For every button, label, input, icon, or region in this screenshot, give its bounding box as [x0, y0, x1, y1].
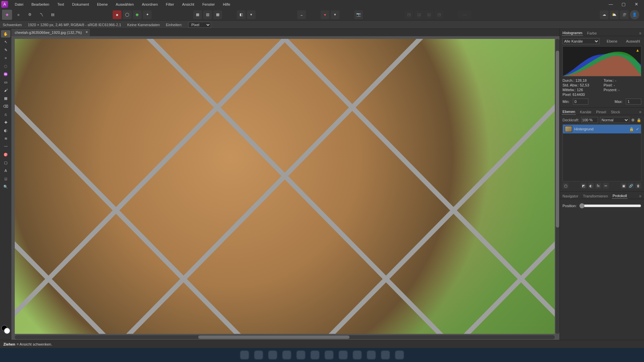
layer-item[interactable]: Hintergrund 🔒 ✓ — [563, 125, 641, 133]
dodge-tool-icon[interactable]: ◐ — [1, 127, 10, 134]
menu-arrange[interactable]: Anordnen — [138, 0, 162, 9]
minimize-button[interactable]: — — [604, 0, 617, 9]
tab-transform[interactable]: Transformieren — [582, 193, 608, 199]
grid-c-icon[interactable]: ▩ — [213, 10, 222, 19]
export-persona[interactable]: ▤ — [48, 10, 58, 20]
taskbar-app[interactable] — [367, 351, 376, 359]
layer-visible-icon[interactable]: ✓ — [636, 127, 639, 131]
cloud-c-icon[interactable]: ⛈ — [620, 10, 629, 19]
smudge-tool-icon[interactable]: 〰 — [1, 143, 10, 150]
channel-select[interactable]: Alle Kanäle — [562, 38, 599, 44]
taskbar-app[interactable] — [325, 351, 333, 359]
taskbar-app[interactable] — [282, 351, 291, 359]
min-input[interactable] — [573, 99, 588, 105]
v-scroll-thumb[interactable] — [556, 51, 559, 228]
swatch-rgb-icon[interactable]: ◉ — [133, 10, 142, 19]
layer-gear-icon[interactable]: ⚙ — [631, 118, 635, 122]
align-icon[interactable]: ⫠ — [297, 10, 306, 19]
taskbar-app[interactable] — [254, 351, 263, 359]
menu-document[interactable]: Dokument — [68, 0, 93, 9]
mask-icon[interactable]: ◩ — [581, 183, 587, 189]
taskbar-app[interactable] — [297, 351, 305, 359]
units-select[interactable]: Pixel — [188, 22, 211, 28]
blur-tool-icon[interactable]: ≋ — [1, 135, 10, 142]
scope-ebene[interactable]: Ebene — [605, 39, 619, 43]
tab-navigator[interactable]: Navigator — [562, 193, 579, 199]
account-button[interactable]: 👤 — [630, 10, 639, 19]
color-wells[interactable] — [1, 325, 10, 334]
position-slider[interactable] — [579, 203, 641, 208]
shape-tool-icon[interactable]: ▢ — [1, 159, 10, 166]
photo-persona[interactable]: ◆ — [2, 10, 12, 20]
hand-tool-icon[interactable]: ✋ — [1, 30, 10, 38]
swatch-red-icon[interactable]: ■ — [113, 10, 121, 19]
text-tool-icon[interactable]: A — [1, 167, 10, 174]
taskbar-app[interactable] — [381, 351, 390, 359]
layers-panel-menu-icon[interactable]: ≡ — [639, 109, 642, 115]
close-button[interactable]: ✕ — [630, 0, 643, 9]
tab-channels[interactable]: Kanäle — [579, 109, 592, 115]
protocol-panel-menu-icon[interactable]: ≡ — [639, 193, 642, 199]
grid-a-icon[interactable]: ▦ — [193, 10, 202, 19]
layer-locked-icon[interactable]: 🔒 — [629, 127, 634, 131]
adjust-icon[interactable]: ◐ — [588, 183, 594, 189]
selection-brush-icon[interactable]: ◌ — [1, 62, 10, 70]
tab-color[interactable]: Farbe — [586, 31, 597, 36]
color-picker-icon[interactable]: 🎯 — [1, 151, 10, 158]
os-taskbar[interactable] — [0, 348, 644, 362]
cloud-b-icon[interactable]: ⛅ — [610, 10, 619, 19]
opacity-input[interactable] — [581, 117, 598, 123]
link-icon[interactable]: 🔗 — [628, 183, 634, 189]
favorite-caret[interactable]: ▾ — [331, 10, 339, 19]
develop-persona[interactable]: ⚙ — [25, 10, 35, 20]
tab-histogram[interactable]: Histogramm — [562, 30, 583, 36]
panel-menu-icon[interactable]: ≡ — [639, 31, 642, 36]
menu-layer[interactable]: Ebene — [93, 0, 112, 9]
selection-mode-caret[interactable]: ▾ — [247, 10, 256, 19]
horizontal-scrollbar[interactable] — [15, 335, 555, 339]
max-input[interactable] — [626, 99, 641, 105]
node-tool-icon[interactable]: ✎ — [1, 46, 10, 54]
document-tab[interactable]: cheetah-g3635066ee_1920.jpg (132,7%) × — [11, 29, 90, 36]
zoom-tool-icon[interactable]: 🔍 — [1, 183, 10, 190]
group-icon[interactable]: ▣ — [621, 183, 627, 189]
clipping-warning-icon[interactable]: ▲ — [636, 48, 640, 53]
menu-file[interactable]: Datei — [11, 0, 28, 9]
taskbar-app[interactable] — [311, 351, 319, 359]
blend-mode-select[interactable]: Normal — [600, 117, 629, 123]
move-tool-icon[interactable]: ↖ — [1, 38, 10, 46]
liquify-persona[interactable]: ≡ — [13, 10, 23, 20]
tab-brushes[interactable]: Pinsel — [595, 109, 607, 115]
swatch-circle-icon[interactable]: ◯ — [123, 10, 131, 19]
taskbar-app[interactable] — [353, 351, 362, 359]
scope-auswahl[interactable]: Auswahl — [625, 39, 641, 43]
eraser-tool-icon[interactable]: ⌫ — [1, 103, 10, 110]
menu-help[interactable]: Hilfe — [219, 0, 234, 9]
document-tab-close-icon[interactable]: × — [86, 30, 88, 35]
menu-view[interactable]: Ansicht — [178, 0, 198, 9]
tab-protocol[interactable]: Protokoll — [612, 193, 628, 199]
maximize-button[interactable]: ▢ — [617, 0, 630, 9]
menu-filter[interactable]: Filter — [162, 0, 178, 9]
menu-text[interactable]: Text — [53, 0, 68, 9]
pixel-tool-icon[interactable]: ▦ — [1, 95, 10, 102]
grid-b-icon[interactable]: ▥ — [203, 10, 212, 19]
taskbar-app[interactable] — [395, 351, 404, 359]
trash-icon[interactable]: 🗑 — [635, 183, 641, 189]
inpaint-tool-icon[interactable]: ✚ — [1, 119, 10, 126]
clone-tool-icon[interactable]: ⎌ — [1, 111, 10, 118]
tab-layers[interactable]: Ebenen — [562, 109, 576, 115]
flood-select-icon[interactable]: ♒ — [1, 70, 10, 78]
fx-icon[interactable]: fx — [595, 183, 601, 189]
paint-brush-icon[interactable]: 🖌 — [1, 86, 10, 94]
vertical-scrollbar[interactable] — [555, 39, 559, 334]
tone-persona[interactable]: 〽 — [36, 10, 46, 20]
layer-list[interactable]: Hintergrund 🔒 ✓ — [562, 124, 641, 181]
taskbar-app[interactable] — [339, 351, 347, 359]
menu-edit[interactable]: Bearbeiten — [28, 0, 53, 9]
menu-select[interactable]: Auswählen — [112, 0, 138, 9]
cloud-a-icon[interactable]: ☁ — [600, 10, 608, 19]
background-color[interactable] — [4, 328, 10, 334]
h-scroll-thumb[interactable] — [198, 336, 350, 339]
mesh-tool-icon[interactable]: ⌸ — [1, 175, 10, 182]
